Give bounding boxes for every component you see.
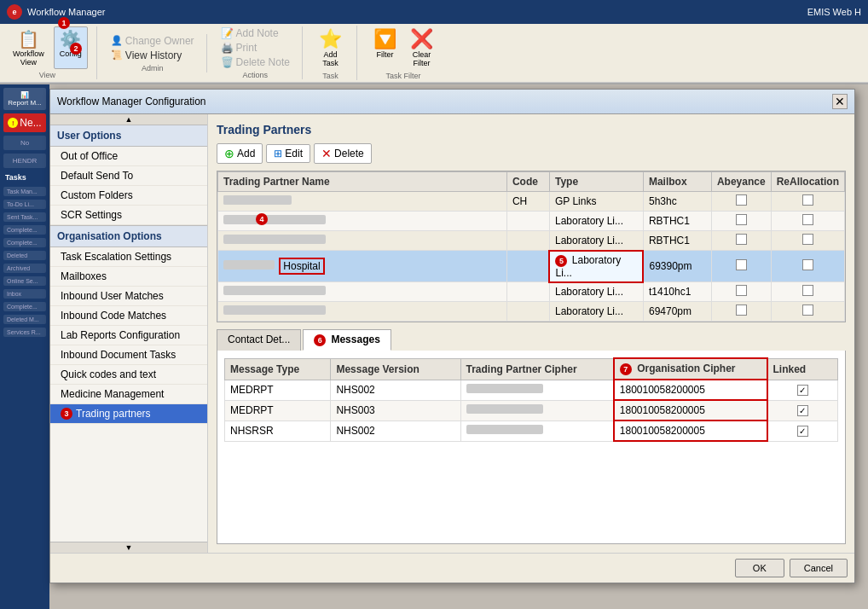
row4-reallocation[interactable] (771, 251, 844, 282)
table-row[interactable]: Laboratory Li... 69470pm (218, 302, 845, 322)
sidebar-report-item[interactable]: 📊Report M... (3, 88, 46, 110)
sidebar-archived[interactable]: Archived (3, 264, 46, 273)
checkbox-linked-3[interactable]: ✓ (797, 426, 808, 437)
delete-note-button[interactable]: 🗑️ Delete Note (217, 55, 293, 69)
row6-reallocation[interactable] (771, 302, 844, 322)
msg-r3-type: NHSRSR (225, 420, 331, 441)
actions-section-label: Actions (217, 71, 293, 79)
blurred-name (223, 215, 326, 224)
sidebar-complete-m[interactable]: Complete... (3, 302, 46, 311)
checkbox-linked-2[interactable]: ✓ (797, 405, 808, 416)
app-title: Workflow Manager (27, 7, 106, 17)
checkbox-abeyance-6[interactable] (736, 304, 747, 316)
row2-abeyance[interactable] (711, 212, 771, 231)
nav-item-out-of-office[interactable]: Out of Office (50, 147, 207, 166)
nav-item-custom-folders[interactable]: Custom Folders (50, 186, 207, 206)
blurred-name: ████ (223, 195, 292, 205)
nav-item-scr-settings[interactable]: SCR Settings (50, 206, 207, 225)
sidebar-task-man[interactable]: Task Man... (3, 187, 46, 196)
delete-button[interactable]: ✕ Delete (314, 143, 372, 164)
add-task-button[interactable]: ⭐ Add Task (313, 26, 348, 70)
table-row[interactable]: Laboratory Li... t1410hc1 (218, 282, 845, 302)
nav-item-lab-reports[interactable]: Lab Reports Configuration (50, 326, 207, 345)
sidebar-hendr-item[interactable]: HENDR (3, 154, 46, 168)
sidebar-online-se[interactable]: Online Se... (3, 276, 46, 286)
msg-r3-linked[interactable]: ✓ (767, 420, 838, 441)
row1-reallocation[interactable] (771, 192, 844, 212)
table-row[interactable]: Laboratory Li... RBTHC1 (218, 212, 845, 231)
table-row-selected[interactable]: Hospital 5 Laboratory Li... 69390pm (218, 251, 845, 282)
nav-item-inbound-code[interactable]: Inbound Code Matches (50, 306, 207, 326)
sidebar-deleted-m[interactable]: Deleted M... (3, 315, 46, 324)
checkbox-linked-1[interactable]: ✓ (797, 385, 808, 396)
msg-r2-linked[interactable]: ✓ (767, 400, 838, 420)
cancel-button[interactable]: Cancel (790, 559, 848, 577)
add-note-icon: 📝 (221, 27, 234, 39)
row5-reallocation[interactable] (771, 282, 844, 302)
tab-messages[interactable]: 6 Messages (303, 329, 391, 351)
checkbox-abeyance-4[interactable] (736, 259, 747, 270)
checkbox-abeyance-5[interactable] (736, 285, 747, 296)
table-row[interactable]: Laboratory Li... RBTHC1 (218, 231, 845, 251)
print-button[interactable]: 🖨️ Print (217, 41, 293, 55)
row3-reallocation[interactable] (771, 231, 844, 251)
tab-contact-det[interactable]: Contact Det... (217, 329, 301, 351)
nav-item-mailboxes[interactable]: Mailboxes (50, 267, 207, 287)
sidebar-new-item[interactable]: ! Ne... (3, 113, 46, 132)
row4-abeyance[interactable] (711, 251, 771, 282)
row2-reallocation[interactable] (771, 212, 844, 231)
nav-item-inbound-doc[interactable]: Inbound Document Tasks (50, 345, 207, 365)
add-button[interactable]: ⊕ Add (217, 143, 263, 164)
checkbox-realloc-3[interactable] (802, 234, 813, 245)
filter-button[interactable]: 🔽 Filter (367, 26, 402, 61)
message-row[interactable]: MEDRPT NHS002 180010058200005 ✓ (225, 380, 838, 400)
checkbox-realloc-1[interactable] (802, 194, 813, 206)
change-owner-button[interactable]: 👤 Change Owner (107, 34, 198, 48)
nav-item-default-send-to[interactable]: Default Send To (50, 166, 207, 186)
workflow-view-button[interactable]: 📋 Workflow View (7, 26, 50, 69)
nav-item-inbound-user[interactable]: Inbound User Matches (50, 287, 207, 306)
ok-button[interactable]: OK (735, 559, 784, 577)
view-history-button[interactable]: 📜 View History (107, 49, 198, 62)
row4-type-highlighted: 5 Laboratory Li... (549, 251, 643, 282)
add-note-button[interactable]: 📝 Add Note (217, 26, 293, 40)
row1-abeyance[interactable] (711, 192, 771, 212)
row5-abeyance[interactable] (711, 282, 771, 302)
row4-code (506, 251, 549, 282)
nav-section-user-options-label: User Options (57, 130, 121, 142)
nav-scroll-up[interactable]: ▲ (50, 114, 207, 125)
sidebar-deleted[interactable]: Deleted (3, 251, 46, 260)
nav-scroll-down[interactable]: ▼ (50, 542, 207, 553)
nav-item-task-escalation[interactable]: Task Escalation Settings (50, 247, 207, 267)
message-row[interactable]: MEDRPT NHS003 180010058200005 ✓ (225, 400, 838, 420)
sidebar-no-item[interactable]: No (3, 136, 46, 150)
table-row[interactable]: ████ CH GP Links 5h3hc (218, 192, 845, 212)
clear-filter-button[interactable]: ❌ Clear Filter (404, 26, 439, 70)
checkbox-abeyance-1[interactable] (736, 194, 747, 206)
sidebar-complete2[interactable]: Complete... (3, 238, 46, 247)
nav-item-quick-codes[interactable]: Quick codes and text (50, 365, 207, 385)
badge-7: 7 (620, 363, 632, 375)
checkbox-realloc-4[interactable] (802, 259, 813, 270)
checkbox-abeyance-3[interactable] (736, 234, 747, 245)
nav-item-trading-partners[interactable]: 3 Trading partners (50, 404, 207, 424)
row6-abeyance[interactable] (711, 302, 771, 322)
edit-button[interactable]: ⊞ Edit (266, 144, 310, 163)
sidebar-todo[interactable]: To-Do Li... (3, 200, 46, 209)
checkbox-abeyance-2[interactable] (736, 214, 747, 225)
message-row[interactable]: NHSRSR NHS002 180010058200005 ✓ (225, 420, 838, 441)
sidebar-inbox[interactable]: Inbox (3, 289, 46, 299)
row3-abeyance[interactable] (711, 231, 771, 251)
row6-code (506, 302, 549, 322)
checkbox-realloc-2[interactable] (802, 214, 813, 225)
checkbox-realloc-5[interactable] (802, 285, 813, 296)
sidebar-sent-task[interactable]: Sent Task... (3, 212, 46, 222)
dialog-close-button[interactable]: ✕ (832, 94, 848, 109)
sidebar-complete[interactable]: Complete... (3, 225, 46, 235)
sidebar-services-r[interactable]: Services R... (3, 328, 46, 337)
view-history-icon: 📜 (111, 49, 123, 61)
msg-r1-linked[interactable]: ✓ (767, 380, 838, 400)
right-content: Trading Partners ⊕ Add ⊞ Edit ✕ Delete (208, 114, 854, 553)
nav-item-medicine[interactable]: Medicine Management (50, 385, 207, 404)
checkbox-realloc-6[interactable] (802, 304, 813, 316)
